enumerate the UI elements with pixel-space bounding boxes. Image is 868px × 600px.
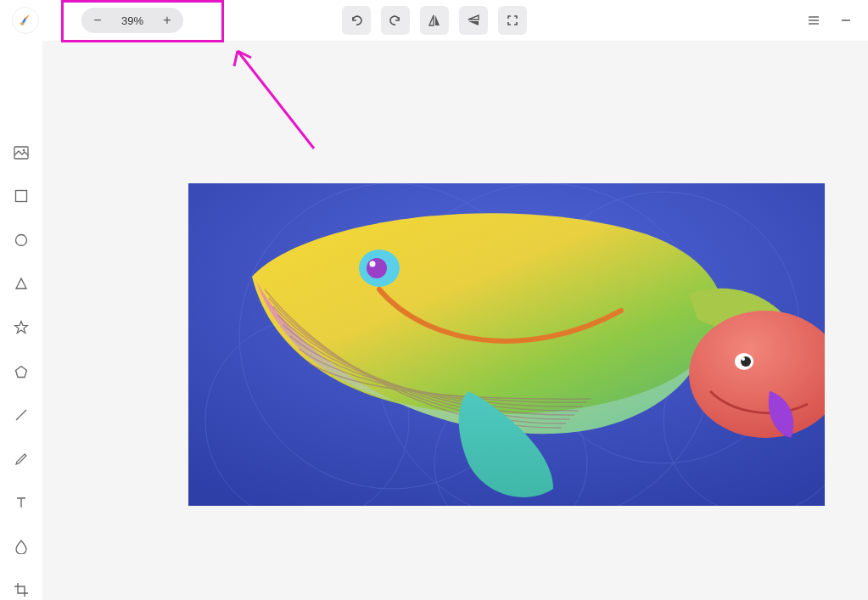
flip-horizontal-icon [427, 13, 442, 28]
svg-point-4 [16, 234, 27, 245]
sidebar [0, 41, 42, 600]
canvas-content[interactable] [188, 183, 825, 506]
crop-tool[interactable] [11, 580, 31, 600]
line-icon [14, 408, 28, 422]
pentagon-tool[interactable] [11, 362, 31, 382]
pencil-tool[interactable] [11, 449, 31, 469]
svg-point-14 [370, 261, 376, 267]
rectangle-tool[interactable] [11, 187, 31, 207]
whale-illustration [188, 183, 825, 506]
canvas-area[interactable] [42, 41, 868, 600]
zoom-control: − 39% + [81, 8, 183, 33]
pentagon-icon [14, 365, 28, 379]
crop-icon [14, 582, 29, 597]
rectangle-icon [14, 189, 28, 203]
svg-point-2 [23, 149, 25, 151]
flip-horizontal-button[interactable] [420, 6, 449, 35]
zoom-in-button[interactable]: + [154, 8, 180, 33]
flip-vertical-button[interactable] [459, 6, 488, 35]
text-icon [14, 496, 28, 509]
drop-icon [15, 539, 27, 554]
app-logo[interactable] [12, 7, 39, 34]
center-toolbar [342, 6, 527, 35]
zoom-value[interactable]: 39% [110, 14, 154, 27]
triangle-tool[interactable] [11, 274, 31, 294]
star-icon [14, 320, 29, 335]
topbar: − 39% + [0, 0, 868, 41]
minimize-button[interactable] [837, 12, 854, 29]
svg-rect-3 [16, 191, 27, 202]
svg-point-0 [20, 22, 25, 25]
flip-vertical-icon [466, 13, 481, 28]
line-tool[interactable] [11, 405, 31, 425]
circle-tool[interactable] [11, 230, 31, 250]
hamburger-icon [807, 14, 820, 26]
image-tool[interactable] [11, 143, 31, 163]
redo-button[interactable] [381, 6, 410, 35]
svg-point-13 [367, 258, 387, 278]
fullscreen-button[interactable] [498, 6, 527, 35]
text-tool[interactable] [11, 492, 31, 513]
main-area [0, 41, 868, 600]
zoom-out-button[interactable]: − [85, 8, 110, 33]
undo-icon [349, 13, 364, 28]
blur-tool[interactable] [11, 536, 31, 557]
circle-icon [14, 233, 28, 247]
fullscreen-icon [505, 13, 520, 28]
star-tool[interactable] [11, 317, 31, 338]
undo-button[interactable] [342, 6, 371, 35]
redo-icon [388, 13, 403, 28]
right-toolbar [805, 12, 860, 29]
triangle-icon [14, 277, 28, 290]
svg-point-18 [742, 357, 745, 361]
minimize-icon [840, 14, 852, 26]
image-icon [14, 146, 29, 160]
pencil-icon [14, 452, 28, 466]
menu-button[interactable] [805, 12, 822, 29]
paint-brush-icon [18, 13, 33, 28]
